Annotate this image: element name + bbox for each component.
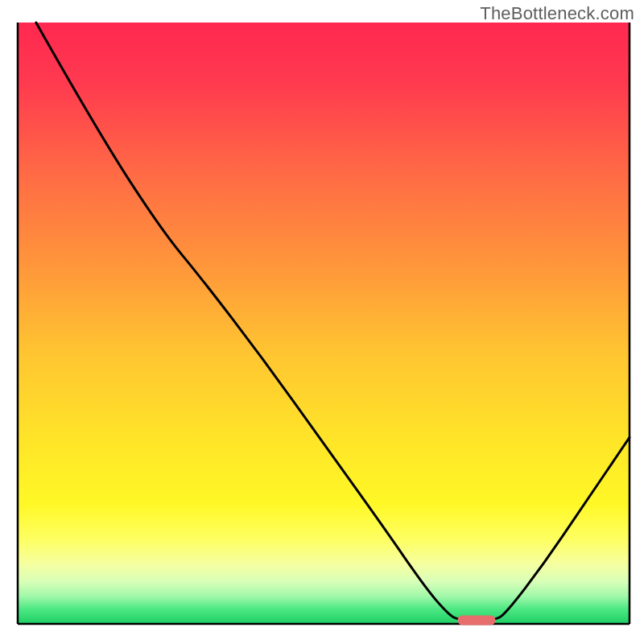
chart-svg	[0, 0, 644, 644]
bottleneck-chart: TheBottleneck.com	[0, 0, 644, 644]
watermark-text: TheBottleneck.com	[480, 3, 634, 24]
plot-background	[18, 23, 630, 624]
optimal-marker	[457, 616, 495, 625]
